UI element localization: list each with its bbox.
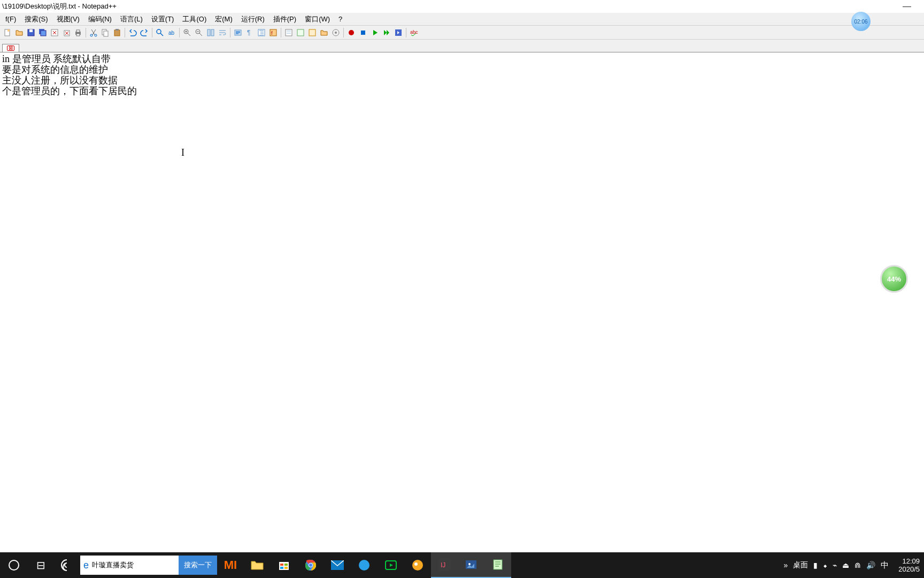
udl-icon[interactable]: f <box>268 27 279 38</box>
task-view-button[interactable]: ⊟ <box>28 559 53 572</box>
taskbar-app-ide[interactable]: IJ <box>431 552 458 578</box>
editor-area[interactable]: in 是管理员 系统默认自带 要是对系统的信息的维护 主没人注册，所以没有数据 … <box>0 54 924 552</box>
svg-point-48 <box>309 564 312 567</box>
zoom-in-icon[interactable] <box>182 27 192 38</box>
doc-map-icon[interactable] <box>283 27 294 38</box>
menu-help[interactable]: ? <box>335 14 345 24</box>
taskbar-app-explorer[interactable] <box>244 552 271 578</box>
doc-list-icon[interactable] <box>295 27 306 38</box>
copy-icon[interactable] <box>100 27 111 38</box>
tray-security-icon[interactable]: ⬥ <box>822 561 828 569</box>
menu-settings[interactable]: 设置(T) <box>148 13 178 25</box>
stop-macro-icon[interactable] <box>358 27 368 38</box>
tray-clock[interactable]: 12:09 2020/5 <box>894 557 924 573</box>
menu-language[interactable]: 语言(L) <box>117 13 146 25</box>
zoom-out-icon[interactable] <box>194 27 204 38</box>
show-all-chars-icon[interactable] <box>233 27 243 38</box>
editor-line: 个是管理员的，下面看下居民的 <box>0 86 924 96</box>
minimize-button[interactable]: — <box>903 2 911 11</box>
svg-rect-15 <box>104 31 108 36</box>
cut-icon[interactable] <box>88 27 99 38</box>
search-button[interactable]: 搜索一下 <box>179 556 217 575</box>
close-icon[interactable] <box>49 27 60 38</box>
tab-close-icon[interactable]: ⊠ <box>7 45 14 51</box>
search-input[interactable] <box>92 561 182 569</box>
taskbar-app-iqiyi[interactable] <box>378 552 404 578</box>
monitoring-icon[interactable] <box>330 27 341 38</box>
menu-file[interactable]: f(F) <box>2 14 19 24</box>
close-all-icon[interactable] <box>61 27 72 38</box>
tab-current[interactable]: ⊠ <box>2 44 19 52</box>
svg-rect-30 <box>287 31 291 32</box>
search-box[interactable]: e <box>80 556 179 575</box>
taskbar-app-chrome[interactable] <box>297 552 324 578</box>
save-icon[interactable] <box>26 27 36 38</box>
tray-bluetooth-icon[interactable]: ⌁ <box>831 561 838 569</box>
taskbar-app-spiral[interactable] <box>53 552 80 578</box>
menu-search[interactable]: 搜索(S) <box>21 13 51 25</box>
tray-volume-icon[interactable]: 🔊 <box>865 561 876 569</box>
open-file-icon[interactable] <box>14 27 25 38</box>
svg-rect-23 <box>211 29 214 36</box>
window-title: \19109\Desktop\说明.txt - Notepad++ <box>2 2 903 11</box>
spellcheck-icon[interactable]: abc <box>409 27 419 38</box>
tray-eject-icon[interactable]: ⏏ <box>841 561 850 569</box>
svg-rect-22 <box>207 29 210 36</box>
record-macro-icon[interactable] <box>346 27 357 38</box>
svg-rect-33 <box>309 29 315 36</box>
print-icon[interactable] <box>73 27 83 38</box>
menu-encoding[interactable]: 编码(N) <box>85 13 115 25</box>
menu-macro[interactable]: 宏(M) <box>212 13 236 25</box>
taskbar-app-blue-circle[interactable] <box>351 552 378 578</box>
taskbar-app-photos[interactable] <box>458 552 484 578</box>
svg-rect-42 <box>284 564 288 566</box>
new-file-icon[interactable] <box>2 27 13 38</box>
wrap-icon[interactable] <box>217 27 228 38</box>
svg-point-35 <box>335 32 337 34</box>
redo-icon[interactable] <box>139 27 150 38</box>
editor-line: in 是管理员 系统默认自带 <box>0 54 924 64</box>
menu-window[interactable]: 窗口(W) <box>302 13 333 25</box>
taskbar-app-mail[interactable] <box>324 552 351 578</box>
svg-rect-16 <box>114 30 120 36</box>
folder-workspace-icon[interactable] <box>319 27 329 38</box>
system-tray: » 桌面 ▮ ⬥ ⌁ ⏏ ⋒ 🔊 中 <box>778 560 894 571</box>
svg-rect-31 <box>287 33 291 34</box>
undo-icon[interactable] <box>127 27 138 38</box>
performance-badge: 44% <box>880 265 908 293</box>
tray-desktop-label[interactable]: 桌面 <box>792 560 809 570</box>
menu-tools[interactable]: 工具(O) <box>179 13 210 25</box>
svg-point-18 <box>157 29 161 34</box>
tray-chevron-icon[interactable]: » <box>782 561 789 569</box>
indent-guide-icon[interactable] <box>256 27 267 38</box>
menu-run[interactable]: 运行(R) <box>238 13 268 25</box>
tray-ime-icon[interactable]: 中 <box>880 560 890 571</box>
paste-icon[interactable] <box>112 27 122 38</box>
replace-icon[interactable]: ab <box>166 27 177 38</box>
taskbar-app-orange[interactable] <box>404 552 431 578</box>
taskbar-app-notepadpp[interactable] <box>484 552 511 578</box>
svg-point-57 <box>468 563 471 565</box>
menu-view[interactable]: 视图(V) <box>53 13 83 25</box>
taskbar-app-store[interactable] <box>271 552 297 578</box>
sync-scroll-icon[interactable] <box>205 27 216 38</box>
svg-rect-5 <box>41 31 46 36</box>
ie-icon: e <box>83 560 89 571</box>
save-all-icon[interactable] <box>37 27 48 38</box>
find-icon[interactable] <box>155 27 165 38</box>
svg-rect-11 <box>76 34 80 36</box>
svg-text:ab: ab <box>168 30 175 36</box>
menu-plugins[interactable]: 插件(P) <box>270 13 299 25</box>
svg-text:¶: ¶ <box>247 29 250 36</box>
svg-rect-43 <box>280 567 283 569</box>
save-macro-icon[interactable] <box>393 27 404 38</box>
start-button[interactable] <box>0 552 28 578</box>
show-indent-icon[interactable]: ¶ <box>244 27 255 38</box>
tray-battery-icon[interactable]: ▮ <box>812 561 819 569</box>
tray-wifi-icon[interactable]: ⋒ <box>853 561 862 569</box>
function-list-icon[interactable] <box>307 27 318 38</box>
taskbar-app-mi[interactable]: MI <box>217 552 244 578</box>
play-macro-icon[interactable] <box>369 27 380 38</box>
play-multi-icon[interactable] <box>381 27 392 38</box>
svg-rect-17 <box>116 29 119 31</box>
